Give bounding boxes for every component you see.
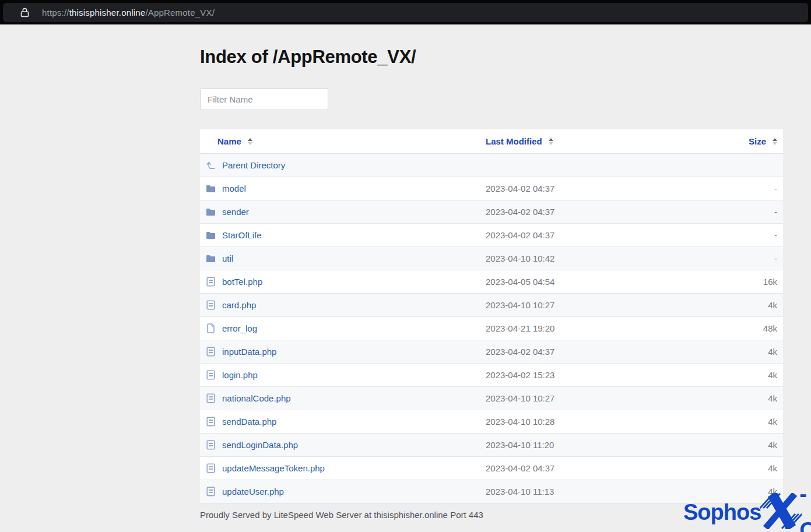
file-link[interactable]: sendData.php	[222, 417, 276, 427]
file-link[interactable]: login.php	[222, 371, 258, 380]
document-icon	[206, 370, 215, 380]
modified-cell: 2023-04-10 10:42	[480, 247, 682, 270]
modified-cell: 2023-04-02 04:37	[480, 224, 682, 247]
file-type-icon	[206, 207, 216, 217]
file-type-icon	[206, 347, 216, 357]
folder-icon	[206, 254, 216, 263]
column-header-name-label: Name	[217, 136, 241, 146]
file-type-icon	[206, 393, 216, 403]
size-cell: 4k	[682, 410, 783, 434]
table-row: util 2023-04-10 10:42 -	[200, 247, 783, 270]
column-header-size[interactable]: Size	[682, 129, 783, 154]
table-header-row: Name Last Modified Size	[200, 129, 783, 154]
size-cell: 4k	[682, 434, 783, 457]
sophos-wordmark: Sophos	[683, 494, 761, 530]
sort-icon[interactable]	[248, 138, 252, 145]
file-link[interactable]: util	[222, 254, 233, 263]
parent-directory-link[interactable]: Parent Directory	[222, 161, 285, 170]
document-icon	[206, 393, 215, 403]
file-link[interactable]: card.php	[222, 301, 256, 310]
address-bar[interactable]: https://thisisphisher.online/AppRemote_V…	[3, 3, 808, 22]
table-row: sendLoginData.php 2023-04-10 11:20 4k	[200, 434, 783, 457]
table-row: sendData.php 2023-04-10 10:28 4k	[200, 410, 783, 434]
table-row: nationalCode.php 2023-04-10 10:27 4k	[200, 387, 783, 410]
file-type-icon	[206, 184, 216, 193]
directory-listing-table: Name Last Modified Size	[200, 129, 783, 503]
column-header-name[interactable]: Name	[200, 129, 480, 154]
browser-chrome: https://thisisphisher.online/AppRemote_V…	[0, 0, 811, 24]
server-footer-text: Proudly Served by LiteSpeed Web Server a…	[200, 510, 483, 520]
document-icon	[206, 440, 215, 450]
file-link[interactable]: nationalCode.php	[222, 394, 291, 403]
modified-cell: 2023-04-02 15:23	[480, 364, 682, 387]
table-row: login.php 2023-04-02 15:23 4k	[200, 364, 783, 387]
table-row: card.php 2023-04-10 10:27 4k	[200, 294, 783, 317]
file-type-icon	[206, 230, 216, 240]
size-cell: -	[682, 177, 783, 200]
modified-cell: 2023-04-02 04:37	[480, 177, 682, 200]
modified-cell: 2023-04-10 11:13	[480, 480, 682, 503]
url-domain: thisisphisher.online	[69, 8, 146, 17]
document-icon	[206, 487, 215, 496]
modified-cell: 2023-04-21 19:20	[480, 317, 682, 340]
table-row: model 2023-04-02 04:37 -	[200, 177, 783, 200]
file-link[interactable]: error_log	[222, 324, 257, 333]
url-text: https://thisisphisher.online/AppRemote_V…	[42, 8, 215, 17]
modified-cell: 2023-04-02 04:37	[480, 457, 682, 480]
file-link[interactable]: sendLoginData.php	[222, 441, 298, 450]
sophos-x-ops-watermark: Sophos -Ops	[683, 494, 811, 530]
modified-cell: 2023-04-10 10:28	[480, 410, 682, 434]
table-row: sender 2023-04-02 04:37 -	[200, 200, 783, 224]
sort-icon[interactable]	[773, 138, 777, 145]
modified-cell: 2023-04-10 11:20	[480, 434, 682, 457]
page-title: Index of /AppRemote_VX/	[200, 47, 783, 68]
file-link[interactable]: inputData.php	[222, 347, 276, 357]
column-header-modified[interactable]: Last Modified	[480, 129, 682, 154]
file-link[interactable]: sender	[222, 207, 249, 217]
table-row: botTel.php 2023-04-05 04:54 16k	[200, 270, 783, 294]
url-scheme: https://	[42, 8, 69, 17]
document-icon	[206, 463, 215, 473]
table-row: inputData.php 2023-04-02 04:37 4k	[200, 340, 783, 364]
file-link[interactable]: updateUser.php	[222, 487, 284, 496]
file-type-icon	[206, 440, 216, 450]
level-up-arrow-icon	[206, 160, 216, 170]
file-table-body: Parent Directory	[200, 154, 783, 503]
size-cell: -	[682, 200, 783, 224]
file-type-icon	[206, 253, 216, 263]
file-link[interactable]: model	[222, 184, 246, 193]
sort-icon[interactable]	[549, 138, 553, 145]
file-link[interactable]: updateMessageToken.php	[222, 464, 325, 473]
modified-cell	[480, 154, 682, 177]
column-header-size-label: Size	[749, 136, 766, 146]
modified-cell: 2023-04-05 04:54	[480, 270, 682, 294]
document-icon	[206, 277, 215, 287]
folder-icon	[206, 184, 216, 193]
document-icon	[206, 300, 215, 310]
modified-cell: 2023-04-02 04:37	[480, 340, 682, 364]
file-type-icon	[206, 323, 216, 333]
file-link[interactable]: botTel.php	[222, 277, 262, 287]
modified-cell: 2023-04-10 10:27	[480, 294, 682, 317]
folder-icon	[206, 231, 216, 239]
table-row: error_log 2023-04-21 19:20 48k	[200, 317, 783, 340]
parent-directory-row: Parent Directory	[200, 154, 783, 177]
filter-name-input[interactable]	[200, 88, 328, 110]
page-content: Index of /AppRemote_VX/ Name Last Modifi…	[200, 24, 783, 503]
file-type-icon	[206, 417, 216, 427]
size-cell: -	[682, 224, 783, 247]
table-row: StarOfLife 2023-04-02 04:37 -	[200, 224, 783, 247]
modified-cell: 2023-04-02 04:37	[480, 200, 682, 224]
url-path: /AppRemote_VX/	[145, 8, 215, 17]
size-cell: -	[682, 247, 783, 270]
file-type-icon	[206, 300, 216, 310]
file-link[interactable]: StarOfLife	[222, 231, 262, 240]
size-cell: 4k	[682, 294, 783, 317]
folder-icon	[206, 207, 216, 216]
file-type-icon	[206, 277, 216, 287]
column-header-modified-label: Last Modified	[486, 136, 542, 146]
size-cell: 16k	[682, 270, 783, 294]
document-icon	[206, 417, 215, 427]
size-cell: 4k	[682, 364, 783, 387]
lock-icon[interactable]	[20, 8, 29, 17]
